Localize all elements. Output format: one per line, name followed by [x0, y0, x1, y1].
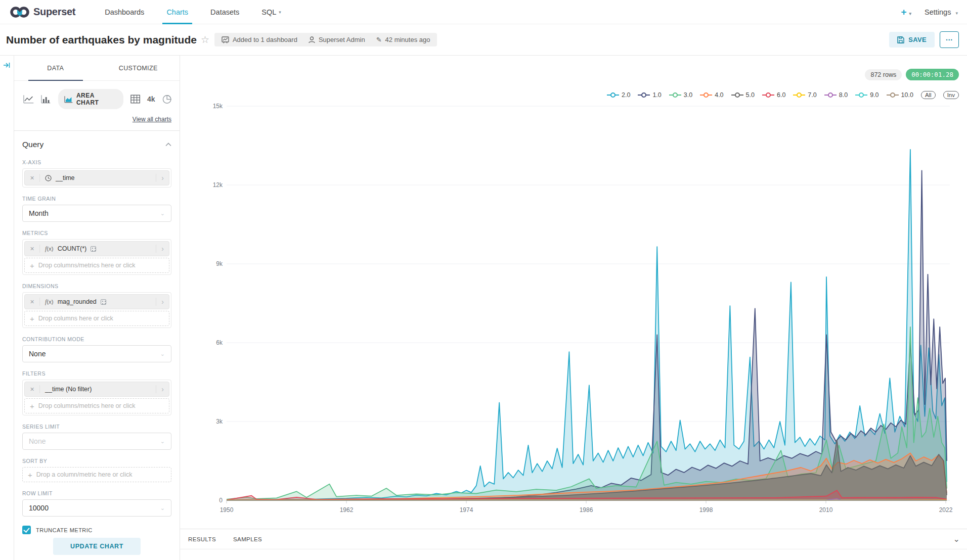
remove-x-axis-icon[interactable]: ×	[25, 174, 40, 182]
plus-caret-icon: ▾	[909, 11, 912, 16]
filter-pill[interactable]: × __time (No filter) ›	[24, 382, 169, 397]
filters-dropzone[interactable]: + Drop columns/metrics here or click	[24, 398, 169, 413]
svg-text:1998: 1998	[699, 506, 713, 514]
dimension-pill[interactable]: × f(x) mag_rounded ›	[24, 294, 169, 309]
sql-caret-icon: ▾	[279, 10, 281, 15]
expand-filter-icon[interactable]: ›	[156, 385, 169, 393]
svg-text:3k: 3k	[216, 418, 223, 425]
area-chart-plot[interactable]: 03k6k9k12k15k195019621974198619982010202…	[180, 56, 967, 529]
superset-logo[interactable]: Superset	[10, 6, 75, 19]
x-axis-control: × __time ›	[22, 168, 171, 188]
bar-chart-icon[interactable]	[41, 95, 51, 104]
svg-text:1986: 1986	[580, 506, 593, 514]
nav-item-charts[interactable]: Charts	[155, 0, 199, 24]
remove-dimension-icon[interactable]: ×	[25, 298, 40, 306]
view-all-charts-link[interactable]: View all charts	[133, 116, 171, 123]
svg-text:1974: 1974	[460, 506, 473, 514]
superset-infinity-icon	[10, 6, 29, 19]
x-axis-label: X-AXIS	[22, 159, 171, 165]
svg-text:9k: 9k	[216, 260, 223, 267]
filters-control: × __time (No filter) › + Drop columns/me…	[22, 380, 171, 415]
last-modified[interactable]: ✎ 42 minutes ago	[376, 36, 430, 43]
time-grain-select[interactable]: Month ⌄	[22, 205, 171, 222]
metrics-control: × f(x) COUNT(*) › + Drop columns/metrics…	[22, 239, 171, 275]
nav-item-dashboards[interactable]: Dashboards	[94, 0, 155, 24]
svg-text:1962: 1962	[340, 506, 354, 514]
dataset-column-icon	[101, 299, 106, 305]
remove-metric-icon[interactable]: ×	[25, 245, 40, 253]
area-chart-icon	[64, 96, 73, 103]
function-icon: f(x)	[45, 299, 54, 305]
row-limit-label: ROW LIMIT	[22, 490, 171, 496]
tab-data[interactable]: DATA	[14, 56, 97, 80]
nav-item-datasets[interactable]: Datasets	[199, 0, 250, 24]
viz-4k-label[interactable]: 4k	[147, 95, 155, 103]
dimensions-dropzone[interactable]: + Drop columns here or click	[24, 311, 169, 326]
tab-samples[interactable]: SAMPLES	[233, 536, 262, 542]
metric-pill[interactable]: × f(x) COUNT(*) ›	[24, 241, 169, 256]
sort-by-dropzone[interactable]: + Drop a column/metric here or click	[22, 467, 171, 482]
svg-text:0: 0	[219, 497, 223, 504]
collapse-section-icon[interactable]	[165, 143, 171, 147]
top-navbar: Superset Dashboards Charts Datasets SQL …	[0, 0, 967, 24]
dimensions-label: DIMENSIONS	[22, 283, 171, 289]
contribution-mode-label: CONTRIBUTION MODE	[22, 336, 171, 342]
select-caret-icon: ⌄	[160, 438, 165, 445]
row-limit-select[interactable]: 10000 ⌄	[22, 499, 171, 517]
pie-chart-icon[interactable]	[162, 95, 171, 104]
more-options-button[interactable]: ···	[940, 31, 959, 48]
dimensions-control: × f(x) mag_rounded › + Drop columns here…	[22, 292, 171, 328]
save-icon	[897, 36, 904, 43]
settings-caret-icon: ▾	[955, 11, 958, 16]
clock-icon	[45, 175, 52, 181]
svg-text:1950: 1950	[220, 506, 234, 514]
viz-selected-area-chart[interactable]: AREA CHART	[58, 89, 123, 109]
chart-header: Number of earthquakes by magnitude ☆ Add…	[0, 24, 967, 56]
page-title: Number of earthquakes by magnitude	[6, 34, 197, 46]
remove-filter-icon[interactable]: ×	[25, 385, 40, 393]
brand-name: Superset	[33, 6, 75, 18]
x-axis-pill[interactable]: × __time ›	[24, 170, 169, 185]
series-limit-label: SERIES LIMIT	[22, 424, 171, 430]
chart-owner[interactable]: Superset Admin	[309, 36, 365, 43]
update-chart-button[interactable]: UPDATE CHART	[53, 538, 141, 555]
chart-pane: 872 rows 00:00:01.28 2.01.03.04.05.06.07…	[180, 56, 967, 560]
metrics-dropzone[interactable]: + Drop columns/metrics here or click	[24, 258, 169, 273]
user-icon	[309, 36, 315, 43]
expand-dimension-icon[interactable]: ›	[156, 298, 169, 306]
expand-x-axis-icon[interactable]: ›	[156, 174, 169, 182]
chart-meta-bar: Added to 1 dashboard Superset Admin ✎ 42…	[214, 33, 437, 46]
collapse-rail	[0, 56, 14, 560]
new-item-button[interactable]: +▾	[901, 7, 911, 18]
dataset-column-icon	[91, 246, 96, 252]
svg-text:12k: 12k	[213, 181, 223, 189]
expand-results-icon[interactable]: ⌄	[953, 534, 960, 544]
select-caret-icon: ⌄	[160, 505, 165, 511]
table-icon[interactable]	[130, 95, 140, 104]
expand-metric-icon[interactable]: ›	[156, 245, 169, 253]
control-panel: DATA CUSTOMIZE AREA CHART 4k View all ch…	[14, 56, 180, 560]
select-caret-icon: ⌄	[160, 351, 165, 357]
function-icon: f(x)	[45, 246, 54, 252]
pencil-icon: ✎	[376, 36, 382, 43]
favorite-star-icon[interactable]: ☆	[201, 34, 209, 45]
svg-text:15k: 15k	[213, 103, 223, 110]
series-limit-select[interactable]: None ⌄	[22, 433, 171, 450]
svg-text:2010: 2010	[819, 506, 833, 514]
tab-results[interactable]: RESULTS	[188, 536, 216, 542]
truncate-metric-checkbox[interactable]	[22, 526, 31, 534]
time-grain-label: TIME GRAIN	[22, 196, 171, 202]
added-to-dashboard[interactable]: Added to 1 dashboard	[222, 36, 297, 43]
settings-menu[interactable]: Settings ▾	[925, 8, 958, 16]
tab-customize[interactable]: CUSTOMIZE	[97, 56, 180, 80]
truncate-metric-label: TRUNCATE METRIC	[36, 527, 93, 533]
line-chart-icon[interactable]	[23, 95, 34, 104]
nav-item-sql[interactable]: SQL ▾	[250, 0, 292, 24]
query-section-title: Query	[22, 140, 43, 149]
results-panel: RESULTS SAMPLES ⌄	[180, 529, 967, 560]
select-caret-icon: ⌄	[160, 210, 165, 217]
contribution-mode-select[interactable]: None ⌄	[22, 345, 171, 362]
save-button[interactable]: SAVE	[889, 32, 935, 48]
sort-by-label: SORT BY	[22, 458, 171, 464]
collapse-panel-icon[interactable]	[3, 62, 11, 69]
